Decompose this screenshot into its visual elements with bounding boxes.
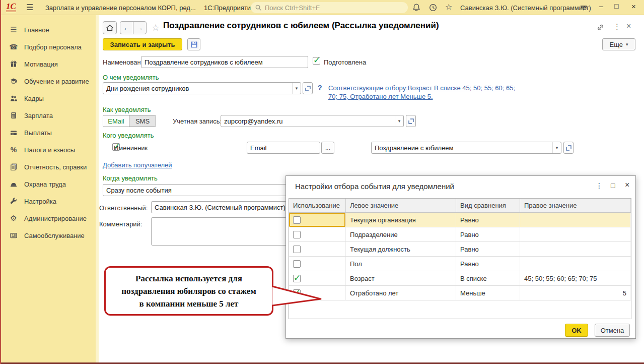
sidebar-item-settings[interactable]: Настройка xyxy=(0,193,96,210)
right-value-cell[interactable] xyxy=(520,242,631,256)
copy-link-icon[interactable] xyxy=(596,23,605,32)
responsible-label: Ответственный: xyxy=(99,204,148,212)
comparison-cell[interactable]: Меньше xyxy=(456,286,520,300)
column-header[interactable]: Правое значение xyxy=(520,199,631,212)
prepared-checkbox[interactable] xyxy=(313,57,320,65)
use-cell[interactable] xyxy=(289,257,346,271)
use-cell[interactable] xyxy=(289,242,346,256)
notifications-bell-icon[interactable] xyxy=(412,3,421,12)
right-value-cell[interactable] xyxy=(520,227,631,241)
sidebar-item-salary[interactable]: Зарплата xyxy=(0,107,96,124)
table-row[interactable]: Возраст В списке 45; 50; 55; 60; 65; 70;… xyxy=(289,271,631,286)
home-button[interactable] xyxy=(103,21,117,34)
sidebar-item-hr[interactable]: Кадры xyxy=(0,90,96,107)
contact-kind-input[interactable]: Email xyxy=(247,142,320,154)
comparison-cell[interactable]: Равно xyxy=(456,257,520,271)
add-recipients-link[interactable]: Добавить получателей xyxy=(103,161,172,169)
window-minimize-button[interactable]: – xyxy=(599,2,603,10)
left-value-cell[interactable]: Отработано лет xyxy=(346,286,456,300)
global-search-input[interactable]: Поиск Ctrl+Shift+F xyxy=(251,2,408,13)
use-cell[interactable] xyxy=(289,227,346,241)
right-value-cell[interactable] xyxy=(520,213,631,227)
use-checkbox[interactable] xyxy=(293,275,301,282)
column-header[interactable]: Вид сравнения xyxy=(456,199,520,212)
contact-kind-select-button[interactable]: ... xyxy=(321,142,334,154)
form-more-icon[interactable]: ⋮ xyxy=(613,22,621,31)
service-menu-icon[interactable] xyxy=(579,3,588,12)
use-checkbox[interactable] xyxy=(293,246,301,253)
table-row[interactable]: Подразделение Равно xyxy=(289,227,631,242)
table-row[interactable]: Текущая должность Равно xyxy=(289,242,631,257)
window-close-button[interactable]: × xyxy=(631,2,636,11)
sidebar-item-administration[interactable]: ⚙ Администрирование xyxy=(0,210,96,227)
comparison-cell[interactable]: Равно xyxy=(456,227,520,241)
save-button[interactable] xyxy=(187,38,200,50)
name-input[interactable]: Поздравление сотрудников с юбилеем xyxy=(141,56,308,68)
left-value-cell[interactable]: Текущая организация xyxy=(346,213,456,227)
help-icon[interactable]: ? xyxy=(318,84,322,92)
save-and-close-button[interactable]: Записать и закрыть xyxy=(103,38,182,50)
column-header[interactable]: Использование xyxy=(289,199,346,212)
chevron-down-icon[interactable]: ▾ xyxy=(292,83,301,94)
favorites-star-icon[interactable]: ☆ xyxy=(445,2,454,11)
table-row[interactable]: Текущая организация Равно xyxy=(289,213,631,227)
chevron-down-icon[interactable]: ▾ xyxy=(395,115,403,127)
right-value-cell[interactable]: 5 xyxy=(520,286,631,300)
sidebar-item-label: Выплаты xyxy=(24,129,52,137)
account-value: zupcorp@yandex.ru xyxy=(221,115,395,127)
sidebar-item-main[interactable]: ☰ Главное xyxy=(0,21,96,38)
sidebar-item-payments[interactable]: Выплаты xyxy=(0,124,96,141)
window-left-edge xyxy=(0,0,1,364)
event-open-button[interactable] xyxy=(303,82,313,94)
dialog-close-icon[interactable]: × xyxy=(625,180,629,190)
account-combo[interactable]: zupcorp@yandex.ru ▾ xyxy=(221,115,404,127)
use-checkbox[interactable] xyxy=(293,216,301,224)
sidebar-item-self-service[interactable]: Самообслуживание xyxy=(0,227,96,244)
sidebar-item-training[interactable]: Обучение и развитие xyxy=(0,73,96,90)
window-maximize-button[interactable]: □ xyxy=(614,2,618,10)
column-header[interactable]: Левое значение xyxy=(346,199,456,212)
nav-back-button[interactable]: ← xyxy=(120,21,133,34)
filter-summary-link[interactable]: Соответствующие отбору:Возраст В списке … xyxy=(328,84,516,101)
use-checkbox[interactable] xyxy=(293,260,301,268)
use-cell[interactable] xyxy=(289,213,346,227)
left-value-cell[interactable]: Возраст xyxy=(346,271,456,285)
sidebar-item-motivation[interactable]: Мотивация xyxy=(0,55,96,73)
nav-forward-button[interactable]: → xyxy=(133,21,147,34)
comparison-cell[interactable]: Равно xyxy=(456,242,520,256)
comparison-cell[interactable]: В списке xyxy=(456,271,520,285)
left-value-cell[interactable]: Пол xyxy=(346,257,456,271)
cancel-button[interactable]: Отмена xyxy=(595,324,630,337)
table-row[interactable]: Пол Равно xyxy=(289,257,631,271)
use-checkbox[interactable] xyxy=(293,231,301,238)
main-menu-icon[interactable]: ☰ xyxy=(26,3,33,12)
comparison-cell[interactable]: Равно xyxy=(456,213,520,227)
sidebar-item-taxes[interactable]: % Налоги и взносы xyxy=(0,141,96,158)
dialog-more-icon[interactable]: ⋮ xyxy=(596,181,603,190)
account-open-button[interactable] xyxy=(406,115,416,127)
sidebar-item-recruiting[interactable]: ☎ Подбор персонала xyxy=(0,38,96,55)
right-value-cell[interactable]: 45; 50; 55; 60; 65; 70; 75 xyxy=(520,271,631,285)
left-value-cell[interactable]: Текущая должность xyxy=(346,242,456,256)
more-actions-button[interactable]: Еще ▾ xyxy=(602,38,635,50)
callout-pointer xyxy=(269,282,326,312)
sms-toggle-button[interactable]: SMS xyxy=(129,115,156,127)
favorite-star-icon[interactable]: ☆ xyxy=(152,22,160,33)
sidebar-item-label: Самообслуживание xyxy=(24,232,85,239)
template-open-button[interactable] xyxy=(563,142,574,154)
event-combo[interactable]: Дни рождения сотрудников ▾ xyxy=(103,82,301,94)
form-close-icon[interactable]: × xyxy=(626,22,631,31)
email-toggle-button[interactable]: EMail xyxy=(103,115,129,127)
sidebar-item-reporting[interactable]: Отчетность, справки xyxy=(0,158,96,175)
current-user[interactable]: Савинская З.Ю. (Системный программист) xyxy=(460,4,591,12)
table-row[interactable]: Отработано лет Меньше 5 xyxy=(289,286,631,300)
sidebar-item-labor-safety[interactable]: Охрана труда xyxy=(0,175,96,193)
dialog-maximize-icon[interactable]: □ xyxy=(611,181,615,190)
left-value-cell[interactable]: Подразделение xyxy=(346,227,456,241)
account-label: Учетная запись: xyxy=(173,117,222,125)
template-combo[interactable]: Поздравление с юбилеем ▾ xyxy=(371,142,561,154)
history-clock-icon[interactable] xyxy=(428,3,438,12)
ok-button[interactable]: OK xyxy=(565,324,588,337)
right-value-cell[interactable] xyxy=(520,257,631,271)
chevron-down-icon[interactable]: ▾ xyxy=(552,142,561,153)
